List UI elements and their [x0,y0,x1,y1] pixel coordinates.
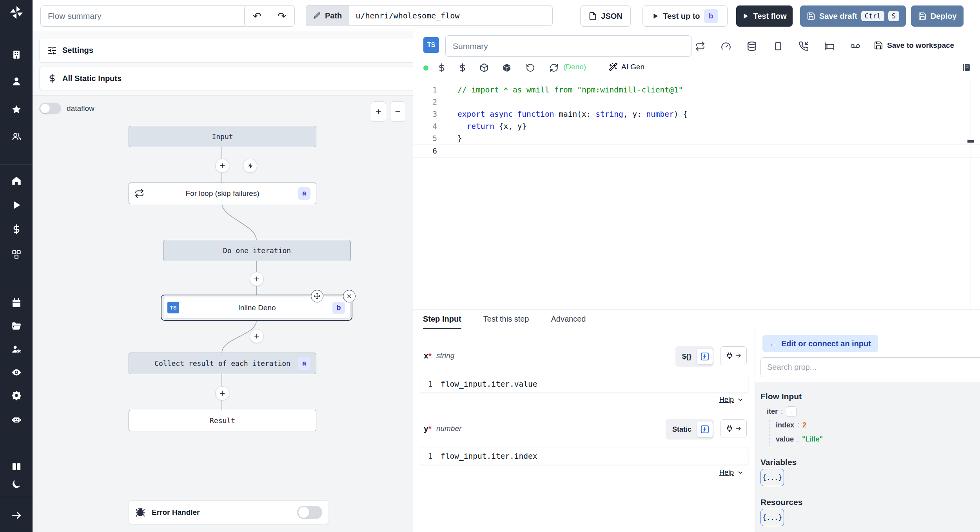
prop-value-row[interactable]: value : "Lille" [776,435,823,443]
variables-expand-button[interactable]: {...} [760,469,784,486]
field-y-connect-button[interactable] [720,419,747,438]
users-gear-icon[interactable] [11,344,22,355]
user-icon[interactable] [11,76,22,87]
prop-key-value[interactable]: value [776,435,794,443]
flow-graph-canvas[interactable]: dataflow + − Input [33,95,413,532]
folder-icon[interactable] [11,321,22,331]
eye-icon[interactable] [11,367,22,378]
tab-advanced[interactable]: Advanced [551,310,586,329]
suspend-phone-icon[interactable] [799,41,809,51]
field-y-mode-label[interactable]: Static [667,425,697,434]
field-y-mode-toggle[interactable]: Static [666,419,714,440]
ai-gen-button[interactable]: AI Gen [609,62,644,71]
prop-key-iter[interactable]: iter [767,407,778,416]
prop-value-value[interactable]: "Lille" [802,435,823,443]
prop-iter-row[interactable]: iter : - [767,406,797,417]
redo-button[interactable]: ↷ [269,5,295,27]
early-stop-icon[interactable] [773,41,783,51]
home-icon[interactable] [11,176,22,186]
field-x-expression-editor[interactable]: 1 flow_input.iter.value [420,375,748,393]
insert-step-button-3[interactable] [250,329,264,343]
star-icon[interactable] [11,104,22,115]
field-x-js-mode-button[interactable] [697,349,713,364]
node-input[interactable]: Input [129,126,316,147]
flow-summary-input[interactable] [40,5,248,27]
moon-icon[interactable] [11,479,22,489]
node-for-loop[interactable]: For loop (skip failures) a [129,183,316,204]
all-static-inputs-label: All Static Inputs [62,74,122,83]
json-button[interactable]: JSON [580,5,631,27]
package-filled-icon[interactable] [502,63,512,72]
field-x-help[interactable]: Help [719,396,744,404]
static-inputs-dollar-icon[interactable] [437,63,446,72]
trigger-button[interactable] [243,159,257,173]
code-editor-panel: TS Save to workspace (Deno) AI Gen [413,31,980,309]
node-do-one-iteration[interactable]: Do one iteration [163,240,351,261]
robot-icon[interactable] [11,414,22,425]
prop-iter-collapse-button[interactable]: - [786,406,797,417]
prop-value-index[interactable]: 2 [802,421,806,429]
all-static-inputs-row[interactable]: All Static Inputs [39,67,415,90]
insert-step-button-2[interactable] [250,272,264,286]
field-y-expression-editor[interactable]: 1 flow_input.iter.index [420,447,748,465]
users-icon[interactable] [11,131,22,142]
package-icon[interactable] [479,63,489,72]
insert-step-button-1[interactable] [215,159,229,173]
play-icon[interactable] [11,200,22,210]
step-summary-input[interactable] [445,35,691,57]
save-icon [807,12,815,20]
flow-inputs-dollar-icon[interactable] [458,63,467,72]
move-step-handle[interactable] [311,290,323,302]
path-input[interactable] [349,5,553,26]
node-collect-result[interactable]: Collect result of each iteration a [129,353,316,374]
field-y-help[interactable]: Help [719,469,744,477]
node-inline-deno[interactable]: TS Inline Deno b [163,297,351,318]
flow-settings-row[interactable]: Settings [39,38,415,63]
field-y-expression: flow_input.iter.index [441,452,537,461]
mock-voicemail-icon[interactable] [850,41,860,51]
test-flow-button[interactable]: Test flow [736,5,793,27]
library-book-icon[interactable] [962,63,971,72]
sleep-bed-icon[interactable] [824,41,835,51]
deno-runtime-label[interactable]: (Deno) [563,63,586,71]
undo-button[interactable]: ↶ [244,5,270,27]
calendar-icon[interactable] [11,298,22,308]
field-x-mode-toggle[interactable]: ${} [675,346,714,367]
field-x-mode-label[interactable]: ${} [677,353,697,361]
code-line: 3export async function main(x: string, y… [413,108,980,120]
windmill-logo-icon[interactable] [9,5,24,20]
cache-database-icon[interactable] [747,41,757,51]
edit-or-connect-button[interactable]: ← Edit or connect an input [762,335,878,352]
refresh-cw-icon[interactable] [549,63,559,72]
reset-rotate-ccw-icon[interactable] [526,63,535,72]
insert-step-button-4[interactable] [215,386,229,400]
deploy-button[interactable]: Deploy [911,5,964,27]
save-draft-button[interactable]: Save draft Ctrl S [800,5,906,27]
save-to-workspace-button[interactable]: Save to workspace [874,41,954,50]
field-x-connect-button[interactable] [720,346,747,365]
cubes-icon[interactable] [11,249,22,260]
code-area[interactable]: 1// import * as wmill from "npm:windmill… [413,78,980,316]
node-result[interactable]: Result [129,410,316,431]
retries-icon[interactable] [695,41,705,51]
tab-step-input[interactable]: Step Input [423,310,461,329]
prop-separator: : [781,407,783,416]
expand-arrow-icon[interactable] [11,510,22,521]
minimap-cursor-mark[interactable] [967,140,974,143]
path-edit-button[interactable]: Path [306,5,349,26]
search-prop-input[interactable] [760,357,980,377]
book-icon[interactable] [11,461,22,472]
prop-key-index[interactable]: index [776,421,794,429]
test-up-to-button[interactable]: Test up to b [642,5,728,27]
field-y-js-mode-button[interactable] [697,422,713,437]
concurrency-gauge-icon[interactable] [721,41,731,51]
prop-index-row[interactable]: index : 2 [776,421,806,429]
dollar-icon[interactable] [11,224,22,235]
error-handler-row[interactable]: Error Handler [129,500,329,524]
building-icon[interactable] [11,49,22,60]
resources-expand-button[interactable]: {...} [760,509,784,526]
tab-test-this-step[interactable]: Test this step [483,310,529,329]
delete-step-button[interactable] [343,290,356,302]
error-handler-toggle[interactable] [297,506,322,519]
gear-icon[interactable] [11,390,22,401]
